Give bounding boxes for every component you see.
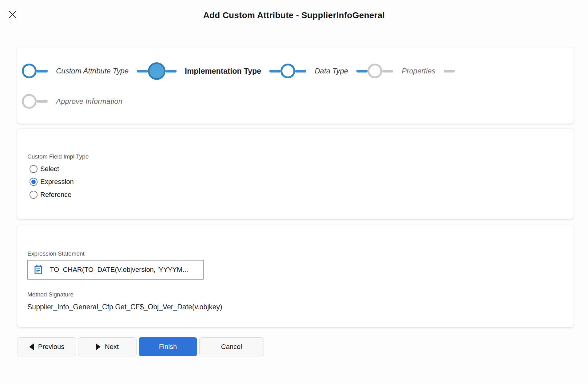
step-indicator-data-type[interactable]	[280, 64, 295, 78]
stepper-row-1: Custom Attribute Type Implementation Typ…	[22, 62, 569, 80]
step-label-implementation-type: Implementation Type	[185, 67, 261, 76]
finish-button-label: Finish	[159, 343, 177, 351]
step-indicator-custom-attribute-type[interactable]	[22, 64, 37, 78]
method-signature-value: Supplier_Info_General_Cfp.Get_CF$_Obj_Ve…	[27, 303, 574, 311]
notepad-icon	[34, 264, 43, 275]
stepper-connector	[444, 70, 455, 72]
stepper-connector	[269, 70, 280, 72]
step-indicator-properties[interactable]	[368, 64, 382, 78]
method-signature-label: Method Signature	[27, 291, 574, 298]
stepper-connector	[356, 70, 368, 72]
stepper-connector	[137, 70, 148, 72]
step-label-approve-information: Approve Information	[56, 97, 122, 106]
cancel-button[interactable]: Cancel	[199, 337, 264, 356]
radio-selected-icon[interactable]	[30, 178, 38, 186]
arrow-left-icon	[29, 343, 34, 350]
step-label-properties: Properties	[402, 67, 435, 75]
radio-option-select[interactable]: Select	[30, 165, 574, 173]
radio-label: Reference	[40, 191, 72, 199]
radio-option-reference[interactable]: Reference	[30, 191, 574, 199]
next-button-label: Next	[105, 343, 119, 351]
radio-label: Expression	[40, 178, 74, 186]
step-indicator-implementation-type[interactable]	[148, 62, 165, 80]
finish-button[interactable]: Finish	[139, 337, 197, 356]
expression-statement-value: TO_CHAR(TO_DATE(V.objversion, 'YYYYM...	[50, 266, 188, 274]
step-indicator-approve-information[interactable]	[22, 94, 37, 109]
stepper-connector	[295, 70, 306, 72]
impl-type-panel: Custom Field Impl Type Select Expression…	[17, 128, 574, 219]
previous-button-label: Previous	[38, 343, 65, 351]
expression-statement-input[interactable]: TO_CHAR(TO_DATE(V.objversion, 'YYYYM...	[27, 260, 204, 280]
radio-option-expression[interactable]: Expression	[30, 178, 574, 186]
impl-type-field-label: Custom Field Impl Type	[27, 153, 574, 160]
cancel-button-label: Cancel	[221, 343, 242, 351]
expression-panel: Expression Statement TO_CHAR(TO_DATE(V.o…	[17, 225, 574, 327]
wizard-stepper-panel: Custom Attribute Type Implementation Typ…	[17, 47, 574, 124]
radio-icon[interactable]	[30, 165, 38, 173]
next-button[interactable]: Next	[78, 337, 137, 356]
action-button-row: Previous Next Finish Cancel	[18, 337, 574, 356]
radio-icon[interactable]	[30, 191, 38, 199]
page-title: Add Custom Attribute - SupplierInfoGener…	[0, 10, 588, 20]
previous-button[interactable]: Previous	[18, 337, 76, 356]
stepper-connector	[37, 70, 48, 72]
radio-label: Select	[40, 165, 59, 173]
arrow-right-icon	[96, 343, 101, 350]
step-label-custom-attribute-type: Custom Attribute Type	[56, 67, 129, 75]
stepper-connector	[165, 70, 177, 72]
stepper-row-2: Approve Information	[22, 94, 569, 109]
expression-statement-label: Expression Statement	[27, 250, 574, 257]
stepper-connector	[382, 70, 393, 72]
stepper-connector	[37, 100, 48, 103]
impl-type-radio-group: Select Expression Reference	[30, 165, 574, 199]
step-label-data-type: Data Type	[315, 67, 348, 75]
dialog-content: Custom Attribute Type Implementation Typ…	[17, 47, 574, 356]
